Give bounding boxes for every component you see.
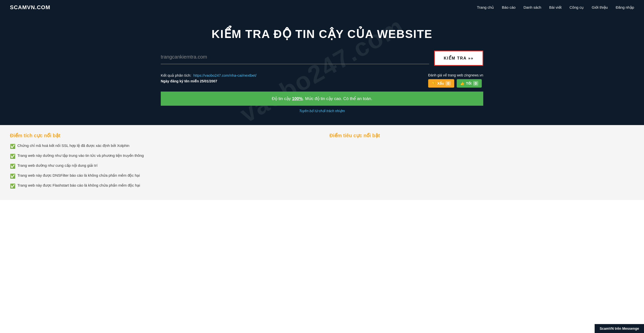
nav-link-report[interactable]: Báo cáo xyxy=(502,5,516,10)
trust-text-after: . Mức độ tin cậy cao. Có thể an toàn. xyxy=(303,96,372,101)
positive-item-2: Trang web này dường như tập trung vào ti… xyxy=(17,153,144,158)
vote-good-count: 0 xyxy=(473,81,478,86)
rating-label: Đánh giá về trang web zingnews.vn xyxy=(428,73,483,77)
nav-item-tools[interactable]: Công cụ xyxy=(570,5,584,10)
result-left: Kết quả phân tích: https://vaobo247.com/… xyxy=(161,73,256,84)
list-item: ✅ Trang web dường như cung cấp nội dung … xyxy=(10,163,314,170)
page-title: KIỂM TRA ĐỘ TIN CẬY CỦA WEBSITE xyxy=(10,27,634,41)
trust-bar: Độ tin cậy 100%. Mức độ tin cậy cao. Có … xyxy=(161,92,483,106)
nav-link-about[interactable]: Giới thiệu xyxy=(592,5,608,10)
search-button[interactable]: KIỂM TRA »» xyxy=(434,50,483,66)
positive-list: ✅ Chứng chỉ mã hoá kết nối SSL hợp lệ đã… xyxy=(10,143,314,190)
nav-item-login[interactable]: Đăng nhập xyxy=(616,5,634,10)
nav-item-report[interactable]: Báo cáo xyxy=(502,5,516,10)
nav-item-about[interactable]: Giới thiệu xyxy=(592,5,608,10)
disclaimer-link[interactable]: Tuyên bố từ chối trách nhiệm xyxy=(299,109,345,113)
trust-text-before: Độ tin cậy xyxy=(272,96,292,101)
list-item: ✅ Trang web này được DNSFilter báo cáo l… xyxy=(10,173,314,180)
nav-link-tools[interactable]: Công cụ xyxy=(570,5,584,10)
thumbs-down-icon: 👎 xyxy=(432,82,436,85)
result-url[interactable]: https://vaobo247.com/nha-cai/nextbet/ xyxy=(193,73,256,78)
positive-title: Điểm tích cực nổi bật xyxy=(10,132,314,138)
domain-reg: Ngày đăng ký tên miền 25/01/2007 xyxy=(161,79,256,83)
nav-menu: Trang chủ Báo cáo Danh sách Bài viết Côn… xyxy=(477,5,634,10)
search-input[interactable] xyxy=(161,52,429,62)
vote-bad-button[interactable]: 👎 Xấu 0 xyxy=(428,79,454,88)
nav-link-home[interactable]: Trang chủ xyxy=(477,5,494,10)
list-item: ✅ Trang web này dường như tập trung vào … xyxy=(10,153,314,160)
result-label: Kết quả phân tích: https://vaobo247.com/… xyxy=(161,73,256,78)
vote-good-button[interactable]: 👍 Tốt 0 xyxy=(457,79,482,88)
positive-item-5: Trang web này được Flashstart báo cáo là… xyxy=(17,183,140,188)
vote-good-label: Tốt xyxy=(466,82,471,85)
vote-buttons: 👎 Xấu 0 👍 Tốt 0 xyxy=(428,79,483,88)
positive-item-3: Trang web dường như cung cấp nội dung gi… xyxy=(17,163,98,168)
list-item: ✅ Chứng chỉ mã hoá kết nối SSL hợp lệ đã… xyxy=(10,143,314,150)
search-area: KIỂM TRA »» xyxy=(161,50,483,66)
nav-link-login[interactable]: Đăng nhập xyxy=(616,5,634,10)
positive-item-1: Chứng chỉ mã hoá kết nối SSL hợp lệ đã đ… xyxy=(17,143,130,149)
nav-link-articles[interactable]: Bài viết xyxy=(549,5,562,10)
hero-section: vaobo247.com KIỂM TRA ĐỘ TIN CẬY CỦA WEB… xyxy=(0,15,644,125)
navbar: SCAMVN.COM Trang chủ Báo cáo Danh sách B… xyxy=(0,0,644,15)
result-label-text: Kết quả phân tích: xyxy=(161,73,191,78)
check-icon-2: ✅ xyxy=(10,153,16,160)
nav-item-home[interactable]: Trang chủ xyxy=(477,5,494,10)
list-item: ✅ Trang web này được Flashstart báo cáo … xyxy=(10,183,314,190)
negative-col: Điểm tiêu cực nổi bật xyxy=(330,132,634,192)
trust-percent: 100% xyxy=(292,96,303,101)
search-input-wrapper xyxy=(161,52,429,64)
positive-item-4: Trang web này được DNSFilter báo cáo là … xyxy=(17,173,140,178)
check-icon-1: ✅ xyxy=(10,143,16,150)
vote-bad-count: 0 xyxy=(446,81,451,86)
nav-link-list[interactable]: Danh sách xyxy=(524,5,541,10)
vote-bad-label: Xấu xyxy=(437,82,444,85)
nav-item-articles[interactable]: Bài viết xyxy=(549,5,562,10)
result-info: Kết quả phân tích: https://vaobo247.com/… xyxy=(161,73,483,88)
thumbs-up-icon: 👍 xyxy=(460,82,464,85)
content-section: Điểm tích cực nổi bật ✅ Chứng chỉ mã hoá… xyxy=(0,125,644,200)
check-icon-4: ✅ xyxy=(10,173,16,180)
result-right: Đánh giá về trang web zingnews.vn 👎 Xấu … xyxy=(428,73,483,88)
nav-item-list[interactable]: Danh sách xyxy=(524,5,541,10)
check-icon-5: ✅ xyxy=(10,183,16,190)
check-icon-3: ✅ xyxy=(10,163,16,170)
positive-col: Điểm tích cực nổi bật ✅ Chứng chỉ mã hoá… xyxy=(10,132,314,192)
negative-title: Điểm tiêu cực nổi bật xyxy=(330,132,634,138)
disclaimer: Tuyên bố từ chối trách nhiệm xyxy=(161,109,483,113)
brand[interactable]: SCAMVN.COM xyxy=(10,4,50,11)
